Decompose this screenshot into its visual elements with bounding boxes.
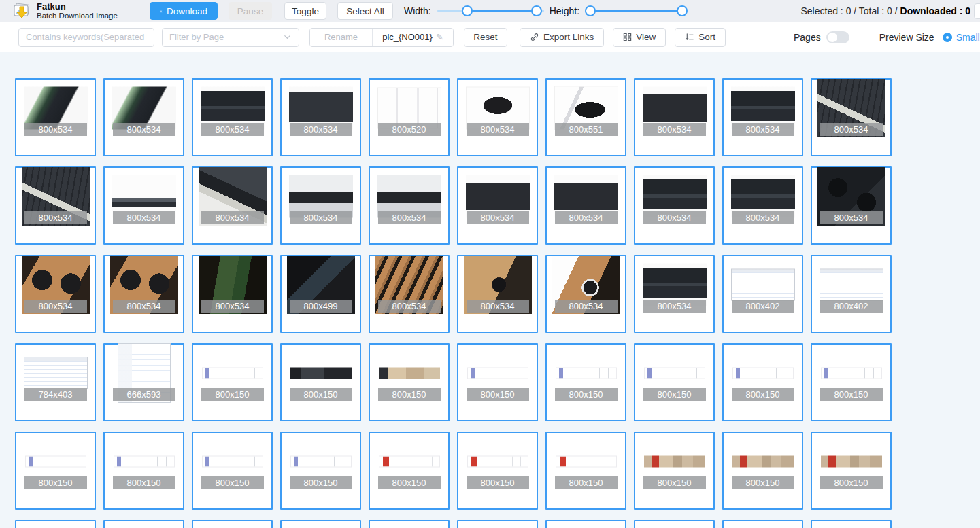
image-card[interactable]: 800x534 (722, 166, 803, 245)
image-card[interactable]: 800x534 (545, 166, 626, 245)
image-card[interactable]: 800x534 (369, 255, 450, 333)
image-card[interactable]: 800x150 (634, 432, 715, 510)
image-card[interactable]: 800x534 (545, 255, 626, 333)
image-card[interactable]: 666x593 (103, 343, 184, 421)
image-card[interactable]: 800x520 (369, 78, 450, 156)
image-card[interactable]: 800x150 (722, 432, 803, 510)
image-card[interactable]: 800x534 (103, 255, 184, 333)
image-card[interactable]: 800x150 (280, 343, 361, 421)
height-slider-label: Height: (550, 5, 579, 16)
image-size-badge: 800x534 (378, 300, 441, 313)
image-card[interactable]: 800x150 (634, 343, 715, 421)
image-card[interactable]: 784x403 (15, 343, 96, 421)
sort-button[interactable]: Sort (675, 28, 726, 47)
reset-button[interactable]: Reset (464, 28, 507, 47)
image-card[interactable]: 800x150 (545, 343, 626, 421)
image-card[interactable] (457, 520, 538, 528)
image-card[interactable]: 800x534 (634, 255, 715, 333)
image-card[interactable]: 800x402 (811, 255, 892, 333)
height-slider-min-handle[interactable] (585, 5, 596, 16)
image-card[interactable]: 800x534 (457, 255, 538, 333)
image-card[interactable]: 800x150 (369, 343, 450, 421)
image-card[interactable]: 800x534 (192, 255, 273, 333)
chevron-down-icon (283, 33, 292, 41)
preview-size-label: Preview Size (879, 32, 934, 43)
image-size-badge: 800x534 (201, 123, 264, 136)
toggle-button[interactable]: Toggle (284, 2, 326, 20)
image-card[interactable] (811, 520, 892, 528)
view-button[interactable]: View (613, 28, 666, 47)
sort-icon (685, 33, 694, 41)
image-card[interactable]: 800x534 (811, 78, 892, 156)
pause-button[interactable]: Pause (229, 2, 272, 20)
image-card[interactable]: 800x534 (634, 166, 715, 245)
image-card[interactable]: 800x534 (15, 78, 96, 156)
image-card[interactable]: 800x534 (15, 166, 96, 245)
view-label: View (636, 32, 656, 42)
rename-button[interactable]: Rename (310, 29, 373, 46)
image-card[interactable] (634, 520, 715, 528)
image-card[interactable]: 800x150 (15, 520, 96, 528)
image-card[interactable]: 800x150 (192, 520, 273, 528)
image-card[interactable]: 800x150 (103, 432, 184, 510)
image-card[interactable]: 800x534 (280, 78, 361, 156)
image-card[interactable]: 800x150 (192, 432, 273, 510)
preview-size-small-radio[interactable]: Small (943, 32, 980, 43)
width-range-slider[interactable] (437, 5, 544, 16)
image-card[interactable]: 800x534 (457, 78, 538, 156)
image-card[interactable]: 800x402 (722, 255, 803, 333)
image-card[interactable]: 800x534 (192, 78, 273, 156)
image-card[interactable]: 800x150 (722, 343, 803, 421)
image-card[interactable]: 800x534 (811, 166, 892, 245)
image-thumbnail (821, 368, 882, 379)
image-card[interactable]: 800x150 (192, 343, 273, 421)
rename-pattern-field[interactable]: pic_{NO001} ✎ (373, 29, 453, 46)
image-card[interactable]: 800x499 (280, 255, 361, 333)
image-card[interactable]: 800x534 (457, 166, 538, 245)
download-button[interactable]: Download (150, 2, 218, 20)
image-card[interactable]: 800x150 (457, 343, 538, 421)
image-card[interactable]: 800x150 (369, 432, 450, 510)
image-card[interactable]: 800x150 (457, 432, 538, 510)
image-card[interactable]: 800x534 (192, 166, 273, 245)
height-slider-max-handle[interactable] (677, 5, 688, 16)
image-card[interactable]: 800x534 (15, 255, 96, 333)
image-size-badge: 800x551 (555, 123, 618, 136)
image-card[interactable]: 800x551 (545, 78, 626, 156)
height-range-slider[interactable] (586, 5, 686, 16)
export-links-button[interactable]: Export Links (520, 28, 604, 47)
image-size-badge: 800x150 (467, 476, 529, 489)
preview-small-label: Small (956, 32, 980, 43)
width-slider-max-handle[interactable] (531, 5, 542, 16)
pages-label: Pages (794, 32, 821, 43)
image-card[interactable]: 800x150 (369, 520, 450, 528)
header-edge-button[interactable] (974, 3, 980, 19)
image-card[interactable]: 800x150 (280, 520, 361, 528)
image-size-badge: 800x402 (820, 300, 883, 313)
image-card[interactable]: 800x150 (811, 432, 892, 510)
image-card[interactable]: 800x534 (369, 166, 450, 245)
image-card[interactable]: 800x150 (15, 432, 96, 510)
image-card[interactable]: 800x534 (103, 166, 184, 245)
image-card[interactable]: 800x534 (280, 166, 361, 245)
image-card[interactable]: 800x150 (280, 432, 361, 510)
filter-by-page-select[interactable]: Filter by Page (162, 28, 299, 47)
image-thumbnail (290, 456, 352, 468)
sort-label: Sort (698, 32, 715, 42)
image-card[interactable]: 800x534 (103, 78, 184, 156)
image-card[interactable]: 800x534 (634, 78, 715, 156)
keywords-input[interactable] (18, 28, 154, 47)
image-card[interactable]: 800x150 (545, 432, 626, 510)
image-card[interactable] (545, 520, 626, 528)
image-card[interactable]: 800x150 (103, 520, 184, 528)
image-thumbnail (556, 456, 617, 468)
select-all-button[interactable]: Select All (337, 2, 393, 20)
pages-toggle-switch[interactable] (826, 31, 849, 43)
image-card[interactable]: 800x534 (722, 78, 803, 156)
image-card[interactable] (722, 520, 803, 528)
pages-toggle-knob (828, 33, 837, 42)
image-thumbnail (290, 368, 352, 379)
image-card[interactable]: 800x150 (811, 343, 892, 421)
width-slider-min-handle[interactable] (462, 5, 473, 16)
image-size-badge: 800x534 (24, 123, 87, 136)
